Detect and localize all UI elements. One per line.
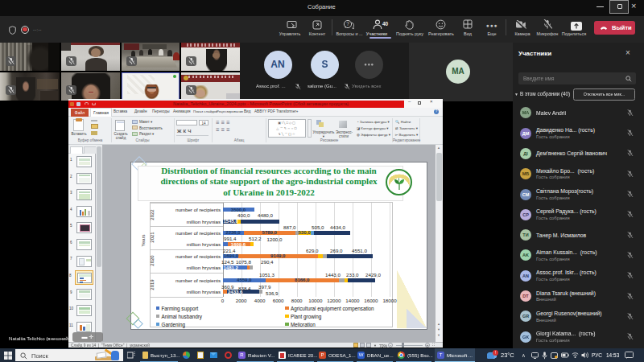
svg-text:?: ? — [346, 21, 349, 27]
